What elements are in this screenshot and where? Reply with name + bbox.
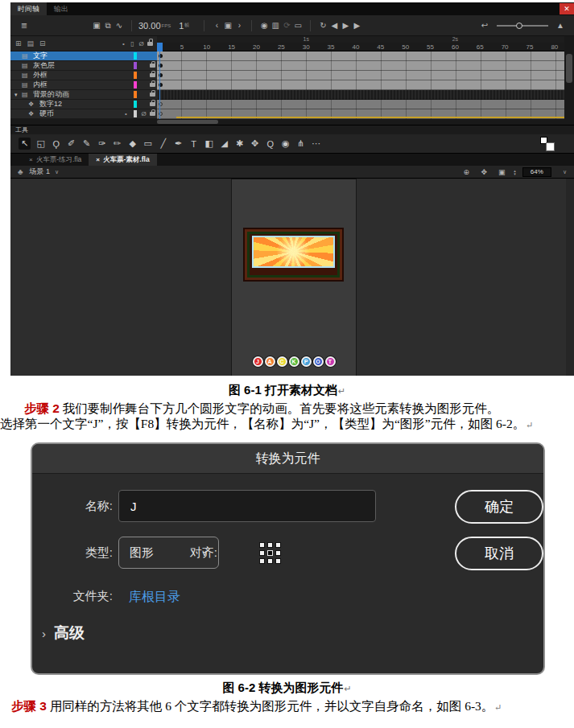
hand-tool-icon[interactable]: ✥ (250, 138, 260, 149)
fluid-brush-tool-icon[interactable]: ✐ (66, 138, 76, 149)
next-frame-icon[interactable]: › (233, 21, 245, 30)
registration-cell[interactable] (259, 558, 265, 564)
frame-row[interactable] (157, 100, 564, 109)
layer-color-swatch[interactable] (134, 62, 137, 69)
line-tool-icon[interactable]: ╱ (158, 138, 168, 149)
layer-row-yingbi[interactable]: ❖ 硬币 •Ø (10, 109, 157, 119)
edit-multiple-frames-icon[interactable]: ⟳ (281, 21, 292, 30)
onion-skin-icon[interactable]: ◉ (258, 21, 270, 30)
chevron-down-icon[interactable]: ∨ (55, 169, 59, 175)
advanced-toggle[interactable]: › 高级 (42, 623, 85, 644)
highlight-column-icon[interactable]: • (119, 40, 128, 47)
registration-cell[interactable] (259, 550, 265, 556)
tab-close-icon[interactable]: × (29, 156, 33, 163)
registration-cell[interactable] (259, 542, 265, 548)
stage-zoom-value[interactable]: 64% (522, 167, 551, 177)
stage[interactable]: J A C K P O T (231, 179, 357, 376)
zoom-tool-icon[interactable]: Q (265, 139, 275, 149)
outline-column-icon[interactable]: ▯ (128, 40, 137, 47)
lock-icon[interactable] (148, 110, 157, 117)
letter-dot-o[interactable]: O (313, 356, 324, 367)
camera-icon[interactable]: ▣ (91, 21, 102, 30)
panel-tab-output[interactable]: 输出 (47, 2, 76, 15)
letter-dot-t[interactable]: T (325, 356, 336, 367)
highlight-dot-icon[interactable]: • (122, 110, 130, 117)
loop-icon[interactable]: ↻ (317, 21, 328, 30)
paint-brush-tool-icon[interactable]: ✑ (97, 138, 107, 149)
timeline-horizontal-scrollbar[interactable] (10, 119, 574, 125)
hidden-eye-icon[interactable]: Ø (139, 110, 148, 117)
lock-icon[interactable] (148, 72, 157, 79)
clip-content-icon[interactable]: ▣ (496, 168, 507, 176)
paint-bucket-tool-icon[interactable]: ◧ (204, 138, 214, 149)
frame-row[interactable] (157, 51, 564, 61)
letter-dot-j[interactable]: J (253, 356, 263, 367)
stepper-down-icon[interactable]: ▾ (514, 172, 516, 175)
reset-timeline-zoom-icon[interactable]: ↩ (479, 21, 490, 30)
center-stage-icon[interactable]: ⊕ (460, 168, 472, 176)
layer-color-swatch[interactable] (134, 110, 137, 117)
eyedropper-tool-icon[interactable]: ◢ (219, 138, 229, 149)
more-tools-icon[interactable]: ⋯ (311, 138, 321, 149)
document-tab[interactable]: × 火车票-练习.fla (22, 154, 89, 166)
stage-vertical-scrollbar[interactable] (566, 179, 574, 376)
scene-label[interactable]: 场景 1 (30, 167, 51, 177)
layer-depth-icon[interactable]: ⧉ (102, 21, 114, 31)
lock-icon[interactable] (148, 62, 157, 69)
layer-stack-icon[interactable]: ≣ (19, 21, 30, 30)
center-frame-icon[interactable]: ▣ (222, 21, 233, 30)
layer-color-swatch[interactable] (134, 72, 137, 79)
close-icon[interactable]: ✕ (560, 3, 574, 14)
step-back-icon[interactable]: ◀ (328, 21, 340, 30)
current-frame-value[interactable]: 1 (179, 21, 184, 31)
width-tool-icon[interactable]: ◉ (280, 138, 291, 149)
tab-close-icon[interactable]: × (96, 156, 100, 163)
slider-knob[interactable] (516, 23, 522, 29)
onion-outline-icon[interactable]: ▥ (270, 21, 281, 30)
rotate-view-icon[interactable]: ✥ (478, 168, 489, 176)
delete-layer-icon[interactable]: ⊟ (39, 39, 46, 47)
lock-icon[interactable] (148, 81, 157, 88)
registration-cell[interactable] (275, 550, 281, 556)
registration-point-grid[interactable] (259, 542, 281, 564)
letter-dot-k[interactable]: K (289, 356, 299, 367)
frames-grid[interactable] (157, 51, 564, 119)
lock-icon[interactable] (148, 101, 157, 108)
scene-icon[interactable]: ♣ (18, 167, 23, 176)
frame-row[interactable] (157, 61, 564, 71)
pen-tool-icon[interactable]: ✒ (173, 138, 184, 149)
library-root-link[interactable]: 库根目录 (129, 589, 180, 606)
frames-panel[interactable]: 1s 2s 5 10 15 20 25 30 35 40 45 50 55 60… (157, 36, 564, 119)
asset-warp-tool-icon[interactable]: ✱ (234, 138, 245, 149)
frame-row[interactable] (157, 109, 564, 119)
bone-tool-icon[interactable]: ⋔ (295, 138, 306, 149)
visibility-column-icon[interactable]: Ø (137, 40, 146, 47)
play-icon[interactable]: ▶ (340, 21, 351, 30)
tab-label[interactable]: 火车票-练习.fla (36, 155, 82, 165)
layer-folder-row[interactable]: ▾ ▤ 背景的动画 (10, 90, 157, 100)
frame-row[interactable] (157, 80, 564, 90)
timeline-ruler[interactable]: 5 10 15 20 25 30 35 40 45 50 55 60 65 70… (157, 43, 564, 51)
layer-name[interactable]: 硬币 (39, 109, 54, 119)
pencil-tool-icon[interactable]: ✏ (112, 138, 122, 149)
new-layer-icon[interactable]: ⊞ (15, 39, 22, 47)
rectangle-tool-icon[interactable]: ▭ (142, 138, 153, 149)
zoom-stepper[interactable]: ▴ ▾ (514, 169, 516, 175)
lock-column-icon[interactable] (146, 40, 155, 47)
registration-cell[interactable] (275, 558, 281, 564)
letter-dot-p[interactable]: P (301, 356, 312, 367)
text-tool-icon[interactable]: T (188, 139, 199, 149)
layer-color-swatch[interactable] (134, 81, 137, 88)
prev-frame-icon[interactable]: ‹ (211, 21, 222, 30)
registration-cell[interactable] (267, 558, 273, 564)
tab-label[interactable]: 火车票-素材.fla (103, 155, 150, 165)
folder-expand-icon[interactable]: ▾ (14, 92, 22, 98)
shape-tool-icon[interactable]: ◆ (127, 138, 138, 149)
fps-value[interactable]: 30.00 (138, 21, 161, 31)
framed-sunburst-artwork[interactable] (243, 228, 344, 282)
classic-brush-tool-icon[interactable]: ✎ (81, 138, 92, 149)
layer-row-shuzi12[interactable]: ❖ 数字12 (10, 100, 157, 109)
scrollbar-handle[interactable] (566, 54, 572, 83)
ok-button[interactable]: 确定 (455, 490, 543, 524)
symbol-name-input[interactable] (118, 490, 376, 522)
